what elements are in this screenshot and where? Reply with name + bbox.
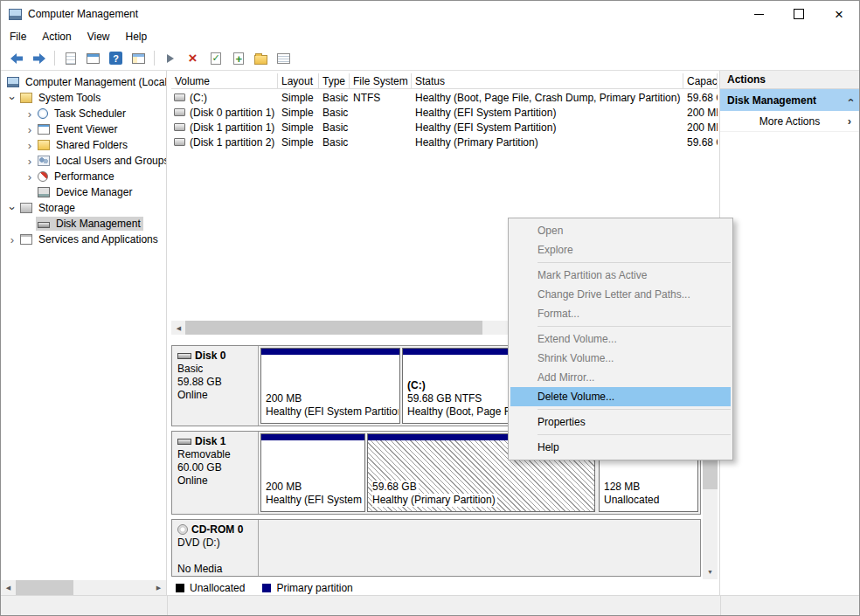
disk-management-icon: [38, 222, 50, 228]
volume-status: Healthy (Boot, Page File, Crash Dump, Pr…: [412, 92, 683, 104]
actions-group-disk-management[interactable]: Disk Management: [720, 89, 859, 111]
menu-view[interactable]: View: [80, 28, 119, 45]
status-bar: [1, 595, 859, 615]
performance-icon: [38, 171, 48, 182]
chevron-collapsed-icon[interactable]: [24, 156, 36, 167]
cdrom0-label[interactable]: CD-ROM 0 DVD (D:) No Media: [172, 520, 259, 576]
scroll-right-icon[interactable]: ▶: [151, 580, 166, 595]
sidebar-item-label: Disk Management: [53, 217, 143, 231]
submenu-arrow-icon: [848, 114, 851, 128]
sidebar-item-shared-folders[interactable]: Shared Folders: [1, 137, 166, 153]
close-button[interactable]: [819, 1, 859, 27]
delete-icon[interactable]: [183, 48, 203, 68]
sidebar-item-disk-management[interactable]: Disk Management: [1, 216, 166, 232]
action-arrow-icon[interactable]: [160, 48, 180, 68]
volume-name: (Disk 1 partition 1): [190, 121, 274, 134]
menu-action[interactable]: Action: [35, 28, 80, 45]
sidebar-item-event-viewer[interactable]: Event Viewer: [1, 121, 166, 137]
menu-file[interactable]: File: [3, 28, 35, 45]
chevron-collapsed-icon[interactable]: [24, 124, 36, 135]
sidebar-item-label: Storage: [36, 201, 78, 215]
collapse-chevron-icon[interactable]: [843, 98, 856, 101]
title-bar: Computer Management: [1, 1, 859, 27]
chevron-collapsed-icon[interactable]: [24, 108, 36, 120]
menu-separator: [538, 262, 731, 263]
sidebar-item-services-and-applications[interactable]: Services and Applications: [1, 232, 166, 247]
menu-item-shrink-volume: Shrink Volume...: [509, 349, 732, 368]
menu-separator: [538, 326, 731, 327]
primary-partition-strip: [261, 349, 399, 355]
column-header-status[interactable]: Status: [412, 73, 683, 88]
menu-item-delete-volume[interactable]: Delete Volume...: [510, 387, 731, 406]
column-header-file-system[interactable]: File System: [350, 73, 412, 88]
primary-partition-legend-swatch: [262, 584, 271, 592]
tree-horizontal-scrollbar[interactable]: ◀ ▶: [1, 580, 166, 595]
sidebar-item-computer-management[interactable]: Computer Management (Local): [1, 74, 166, 90]
menu-item-open: Open: [509, 221, 732, 240]
toolbar-separator: [154, 51, 155, 66]
column-header-type[interactable]: Type: [319, 73, 350, 88]
disk1-label[interactable]: Disk 1 Removable 60.00 GB Online: [172, 432, 259, 514]
list-window-icon[interactable]: [83, 48, 103, 68]
sidebar-item-task-scheduler[interactable]: Task Scheduler: [1, 106, 166, 121]
chevron-expanded-icon[interactable]: [7, 92, 18, 104]
table-row-disk1-partition2[interactable]: (Disk 1 partition 2) Simple Basic Health…: [171, 135, 718, 149]
scrollbar-thumb[interactable]: [16, 580, 73, 595]
menu-item-properties[interactable]: Properties: [509, 412, 732, 432]
sidebar-item-device-manager[interactable]: Device Manager: [1, 184, 166, 200]
disk-status: Online: [177, 389, 258, 402]
more-actions-button[interactable]: More Actions: [720, 111, 859, 132]
unallocated-legend-swatch: [176, 584, 184, 592]
column-header-layout[interactable]: Layout: [278, 73, 319, 88]
sidebar-item-system-tools[interactable]: System Tools: [1, 90, 166, 106]
volume-status: Healthy (EFI System Partition): [412, 121, 683, 134]
scroll-left-icon[interactable]: ◀: [1, 580, 16, 595]
help-icon[interactable]: [106, 48, 126, 68]
table-row-disk1-partition1[interactable]: (Disk 1 partition 1) Simple Basic Health…: [171, 120, 718, 135]
open-folder-icon[interactable]: [251, 48, 271, 68]
form-fields-icon[interactable]: [274, 48, 294, 68]
column-header-volume[interactable]: Volume: [171, 73, 278, 88]
partition-disk1-efi[interactable]: 200 MB Healthy (EFI System Partition): [260, 433, 365, 512]
volume-status: Healthy (EFI System Partition): [412, 107, 683, 119]
chevron-collapsed-icon[interactable]: [6, 234, 18, 246]
volume-capacity: 59.68 GB: [683, 136, 718, 149]
menu-bar: File Action View Help: [1, 27, 859, 46]
sidebar-item-label: Device Manager: [53, 185, 135, 199]
disk0-label[interactable]: Disk 0 Basic 59.88 GB Online: [172, 346, 259, 426]
sidebar-item-storage[interactable]: Storage: [1, 200, 166, 216]
scroll-left-icon[interactable]: ◀: [171, 321, 186, 336]
sidebar-item-local-users-and-groups[interactable]: Local Users and Groups: [1, 153, 166, 169]
menu-item-help[interactable]: Help: [509, 438, 732, 457]
legend-label: Primary partition: [276, 582, 352, 594]
context-menu: Open Explore Mark Partition as Active Ch…: [508, 218, 733, 460]
volume-status: Healthy (Primary Partition): [412, 136, 683, 149]
chevron-collapsed-icon[interactable]: [24, 140, 36, 151]
minimize-button[interactable]: [739, 1, 779, 27]
disk-size: 60.00 GB: [177, 461, 258, 474]
console-window-icon[interactable]: [128, 48, 149, 68]
menu-help[interactable]: Help: [119, 28, 156, 45]
table-row-disk0-partition1[interactable]: (Disk 0 partition 1) Simple Basic Health…: [171, 105, 718, 120]
legend-label: Unallocated: [190, 582, 245, 594]
back-icon[interactable]: [6, 48, 26, 68]
chevron-collapsed-icon[interactable]: [24, 171, 36, 183]
maximize-button[interactable]: [779, 1, 819, 27]
partition-disk0-efi[interactable]: 200 MB Healthy (EFI System Partition): [260, 348, 400, 424]
chevron-expanded-icon[interactable]: [7, 202, 18, 214]
more-actions-label: More Actions: [759, 115, 820, 128]
export-list-icon[interactable]: [60, 48, 80, 68]
column-header-capacity[interactable]: Capacity: [683, 73, 718, 88]
scrollbar-thumb[interactable]: [185, 321, 482, 335]
table-row-volume-c[interactable]: (C:) Simple Basic NTFS Healthy (Boot, Pa…: [171, 90, 718, 105]
sidebar-item-performance[interactable]: Performance: [1, 169, 166, 184]
menu-item-add-mirror: Add Mirror...: [509, 368, 732, 387]
forward-icon[interactable]: [29, 48, 49, 68]
menu-item-mark-partition-as-active: Mark Partition as Active: [509, 266, 732, 285]
sidebar-item-label: Services and Applications: [36, 232, 161, 246]
add-volume-icon[interactable]: [228, 48, 248, 68]
disk-blank-line: [177, 550, 258, 563]
scroll-down-icon[interactable]: ▼: [703, 564, 718, 579]
partition-status: Healthy (Primary Partition): [372, 494, 497, 507]
validate-doc-icon[interactable]: [205, 48, 225, 68]
